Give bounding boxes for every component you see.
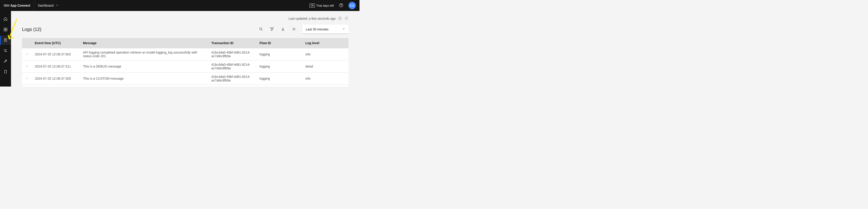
table-row: 2024-07-25 12:08:37.602API logging compl… bbox=[22, 48, 348, 61]
svg-line-18 bbox=[261, 30, 262, 30]
cell-message: API logging completed operation retrieve… bbox=[80, 48, 209, 61]
sidebar-item-home[interactable] bbox=[0, 15, 11, 24]
cell-message: This is a DEBUG message bbox=[80, 61, 209, 73]
sidebar-item-docs[interactable] bbox=[0, 67, 11, 76]
refresh-button[interactable] bbox=[344, 16, 348, 21]
main-content: Last updated: a few seconds ago Logs (12… bbox=[11, 11, 360, 86]
cell-transaction-id: 41bc4da0-49bf-4d81-8214-ac7afec8fb9a bbox=[209, 73, 257, 85]
avatar-initials: DS bbox=[350, 4, 354, 7]
cell-flow-id: logging bbox=[257, 48, 303, 61]
avatar[interactable]: DS bbox=[348, 2, 356, 9]
refresh-icon bbox=[345, 16, 348, 21]
chevron-down-icon bbox=[56, 4, 59, 7]
download-button[interactable] bbox=[281, 27, 285, 32]
title-row: Logs (12) bbox=[22, 25, 348, 34]
svg-point-11 bbox=[5, 49, 5, 50]
tools-icon bbox=[3, 59, 7, 64]
cell-event-time: 2024-07-25 12:08:37.505 bbox=[32, 73, 80, 85]
brand: IBM App Connect bbox=[4, 0, 34, 11]
sidebar-item-tools[interactable] bbox=[0, 57, 11, 66]
cell-transaction-id: 41bc4da0-49bf-4d81-8214-ac7afec8fb9a bbox=[209, 48, 257, 61]
search-icon bbox=[259, 27, 263, 32]
table-header-row: Event time (UTC) Message Transaction ID … bbox=[22, 38, 348, 48]
document-icon bbox=[3, 70, 7, 74]
svg-rect-3 bbox=[6, 28, 7, 29]
svg-point-19 bbox=[293, 28, 294, 30]
expand-row-button[interactable] bbox=[26, 65, 28, 68]
side-nav bbox=[0, 11, 11, 86]
chevron-down-icon bbox=[26, 77, 28, 80]
catalog-icon bbox=[3, 28, 7, 32]
trial-days-label: Trial days left bbox=[316, 4, 334, 7]
svg-rect-4 bbox=[4, 30, 5, 31]
header-right: 28 Trial days left DS bbox=[310, 2, 356, 9]
trial-badge: 28 Trial days left bbox=[310, 3, 334, 7]
nav-dashboard[interactable]: Dashboard bbox=[38, 4, 59, 7]
expand-row-button[interactable] bbox=[26, 77, 28, 80]
last-updated-label: Last updated: a few seconds ago bbox=[289, 17, 336, 21]
settings-button[interactable] bbox=[291, 27, 296, 32]
cell-event-time: 2024-07-25 12:08:37.602 bbox=[32, 48, 80, 61]
expand-row-button[interactable] bbox=[26, 53, 28, 56]
last-updated-bar: Last updated: a few seconds ago bbox=[22, 16, 348, 21]
info-icon bbox=[338, 16, 342, 21]
cell-event-time: 2024-07-25 12:08:37.511 bbox=[32, 61, 80, 73]
cell-flow-id: logging bbox=[257, 85, 303, 87]
time-range-select[interactable]: Last 30 minutes bbox=[303, 25, 348, 34]
filter-button[interactable] bbox=[270, 27, 274, 32]
cell-flow-id: logging bbox=[257, 73, 303, 85]
table-row: 2024-07-25 12:08:37.505This is a CUSTOM … bbox=[22, 73, 348, 85]
info-button[interactable] bbox=[338, 16, 342, 21]
cell-log-level: info bbox=[303, 73, 348, 85]
cell-flow-id: logging bbox=[257, 61, 303, 73]
global-header: IBM App Connect Dashboard 28 Trial days … bbox=[0, 0, 360, 11]
svg-point-17 bbox=[259, 28, 261, 30]
svg-point-13 bbox=[6, 51, 6, 51]
col-transaction-id: Transaction ID bbox=[209, 38, 257, 48]
sidebar-item-config[interactable] bbox=[0, 46, 11, 56]
logs-icon bbox=[3, 38, 7, 43]
chevron-down-icon bbox=[26, 65, 28, 68]
chevron-down-icon bbox=[26, 53, 28, 56]
brand-product: App Connect bbox=[10, 0, 30, 11]
cell-message: This is an ERROR message bbox=[80, 85, 209, 87]
cell-event-time: 2024-07-25 12:08:37.498 bbox=[32, 85, 80, 87]
page-title: Logs (12) bbox=[22, 27, 41, 32]
col-log-level: Log level bbox=[303, 38, 348, 48]
chevron-down-icon bbox=[342, 27, 345, 31]
col-message: Message bbox=[80, 38, 209, 48]
search-button[interactable] bbox=[258, 27, 263, 32]
cell-message: This is a CUSTOM message bbox=[80, 73, 209, 85]
svg-rect-5 bbox=[6, 30, 7, 31]
gear-icon bbox=[292, 27, 296, 32]
cell-transaction-id: 41bc4da0-49bf-4d81-8214-ac7afec8fb9a bbox=[209, 61, 257, 73]
col-event-time: Event time (UTC) bbox=[32, 38, 80, 48]
table-row: 2024-07-25 12:08:37.511This is a DEBUG m… bbox=[22, 61, 348, 73]
sidebar-item-logs[interactable] bbox=[0, 36, 11, 45]
help-button[interactable] bbox=[338, 2, 345, 9]
nav-dashboard-label: Dashboard bbox=[38, 4, 54, 7]
settings-slider-icon bbox=[3, 48, 7, 53]
logs-table: Event time (UTC) Message Transaction ID … bbox=[22, 38, 348, 86]
trial-days-count: 28 bbox=[310, 3, 315, 7]
cell-transaction-id: 41bc4da0-49bf-4d81-8214-ac7afec8fb9a bbox=[209, 85, 257, 87]
download-icon bbox=[281, 27, 285, 32]
col-flow-id: Flow ID bbox=[257, 38, 303, 48]
cell-log-level: error bbox=[303, 85, 348, 87]
home-icon bbox=[3, 17, 7, 22]
cell-log-level: detail bbox=[303, 61, 348, 73]
brand-prefix: IBM bbox=[4, 0, 9, 11]
col-expand bbox=[22, 38, 32, 48]
toolbar: Last 30 minutes bbox=[258, 25, 348, 34]
svg-rect-2 bbox=[4, 28, 5, 29]
header-nav: Dashboard bbox=[34, 0, 59, 11]
filter-icon bbox=[270, 27, 274, 32]
table-row: 2024-07-25 12:08:37.498This is an ERROR … bbox=[22, 85, 348, 87]
time-range-value: Last 30 minutes bbox=[306, 28, 329, 31]
cell-log-level: info bbox=[303, 48, 348, 61]
sidebar-item-catalog[interactable] bbox=[0, 25, 11, 34]
help-icon bbox=[339, 3, 343, 8]
